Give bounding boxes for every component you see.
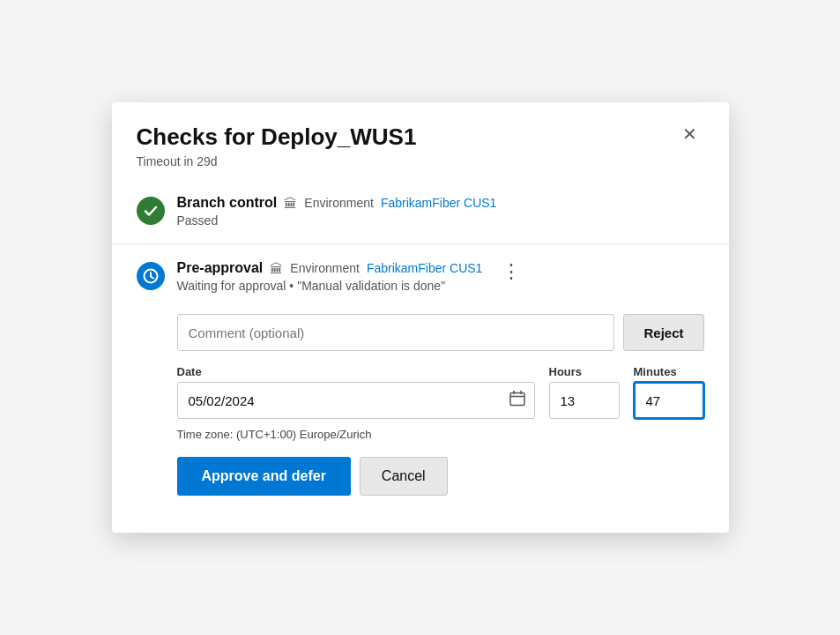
pre-approval-env-label: Environment xyxy=(290,261,360,275)
pre-approval-section: Pre-approval 🏛 Environment FabrikamFiber… xyxy=(112,244,729,512)
branch-control-section: Branch control 🏛 Environment FabrikamFib… xyxy=(112,179,729,244)
timezone-text: Time zone: (UTC+1:00) Europe/Zurich xyxy=(177,428,704,441)
branch-control-info: Branch control 🏛 Environment FabrikamFib… xyxy=(177,195,704,228)
checks-modal: Checks for Deploy_WUS1 Timeout in 29d ✕ … xyxy=(112,102,729,533)
modal-subtitle: Timeout in 29d xyxy=(137,154,417,168)
branch-control-env-label: Environment xyxy=(304,196,374,210)
more-options-icon: ⋮ xyxy=(502,260,521,282)
pre-approval-status: Waiting for approval • "Manual validatio… xyxy=(177,279,483,293)
branch-control-env-link[interactable]: FabrikamFiber CUS1 xyxy=(381,196,496,210)
pre-approval-env-icon: 🏛 xyxy=(270,261,283,276)
pre-approval-status-icon xyxy=(137,262,165,290)
branch-control-title-row: Branch control 🏛 Environment FabrikamFib… xyxy=(177,195,704,211)
pre-approval-env-link[interactable]: FabrikamFiber CUS1 xyxy=(367,261,482,275)
minutes-input[interactable] xyxy=(634,382,704,419)
date-input[interactable] xyxy=(177,382,535,419)
reject-button[interactable]: Reject xyxy=(623,314,703,351)
pre-approval-info: Pre-approval 🏛 Environment FabrikamFiber… xyxy=(177,260,483,293)
pre-approval-name: Pre-approval xyxy=(177,260,264,276)
branch-control-status-icon xyxy=(137,197,165,225)
close-button[interactable]: ✕ xyxy=(675,122,704,146)
pre-approval-row: Pre-approval 🏛 Environment FabrikamFiber… xyxy=(137,260,529,293)
action-row: Approve and defer Cancel xyxy=(177,457,704,496)
approve-defer-button[interactable]: Approve and defer xyxy=(177,457,351,496)
modal-title: Checks for Deploy_WUS1 xyxy=(137,123,417,151)
checkmark-icon xyxy=(143,203,159,219)
header-text: Checks for Deploy_WUS1 Timeout in 29d xyxy=(137,123,417,168)
cancel-button[interactable]: Cancel xyxy=(360,457,448,496)
approval-form: Reject Date xyxy=(137,314,704,496)
modal-header: Checks for Deploy_WUS1 Timeout in 29d ✕ xyxy=(112,102,729,179)
date-time-row: Date xyxy=(177,365,704,419)
branch-control-name: Branch control xyxy=(177,195,278,211)
date-label: Date xyxy=(177,365,535,378)
more-options-button[interactable]: ⋮ xyxy=(494,260,528,283)
date-field-group: Date xyxy=(177,365,535,419)
environment-icon: 🏛 xyxy=(284,196,297,211)
branch-control-status: Passed xyxy=(177,213,704,228)
comment-input[interactable] xyxy=(177,314,615,351)
minutes-field-group: Minutes xyxy=(634,365,704,419)
clock-icon xyxy=(143,268,159,284)
modal-body: Branch control 🏛 Environment FabrikamFib… xyxy=(112,179,729,533)
hours-input[interactable] xyxy=(549,382,620,419)
hours-label: Hours xyxy=(549,365,620,378)
hours-field-group: Hours xyxy=(549,365,620,419)
pre-approval-title-row: Pre-approval 🏛 Environment FabrikamFiber… xyxy=(177,260,483,276)
date-input-wrap xyxy=(177,382,535,419)
minutes-label: Minutes xyxy=(634,365,704,378)
close-icon: ✕ xyxy=(682,124,697,144)
comment-reject-row: Reject xyxy=(177,314,704,351)
